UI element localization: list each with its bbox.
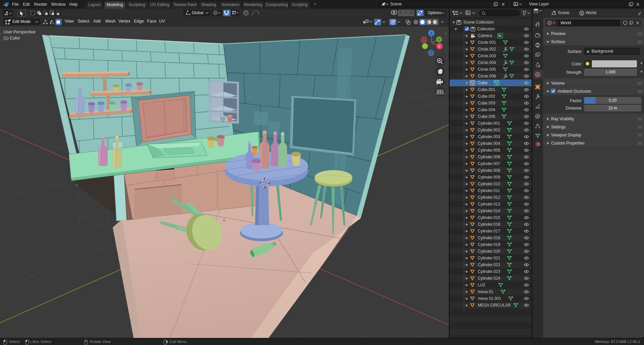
svg-text:User Perspective: User Perspective: [3, 30, 35, 34]
svg-text:X: X: [438, 44, 441, 48]
svg-text:‹: ‹: [445, 31, 446, 36]
svg-text:Y: Y: [438, 38, 440, 41]
svg-text:Z: Z: [430, 31, 432, 35]
svg-text:(1) Cube: (1) Cube: [3, 36, 20, 40]
svg-text:›: ›: [0, 31, 2, 35]
